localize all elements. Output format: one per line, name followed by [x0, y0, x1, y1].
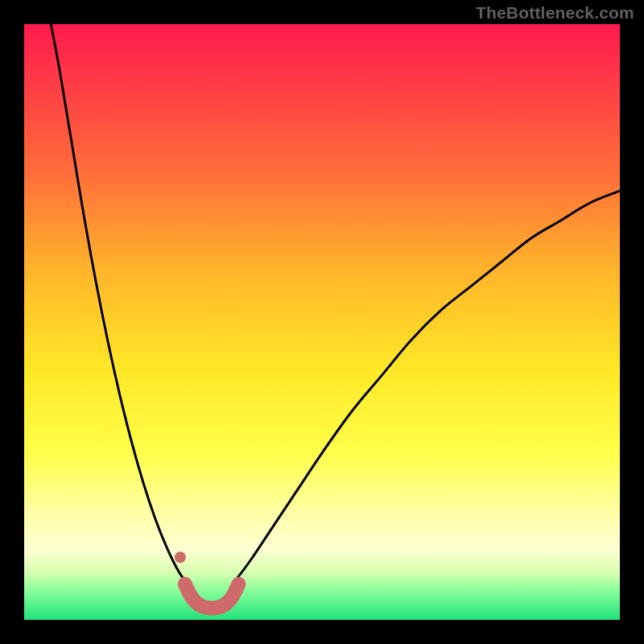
- series-group: [51, 24, 620, 608]
- series-right-curve: [233, 191, 620, 584]
- chart-frame: TheBottleneck.com: [0, 0, 644, 644]
- watermark-text: TheBottleneck.com: [476, 3, 634, 23]
- series-left-curve: [51, 24, 188, 584]
- curve-layer: [24, 24, 620, 620]
- plot-area: [24, 24, 620, 620]
- series-optimal-band: [185, 584, 239, 609]
- series-optimal-marker-dot: [175, 551, 186, 563]
